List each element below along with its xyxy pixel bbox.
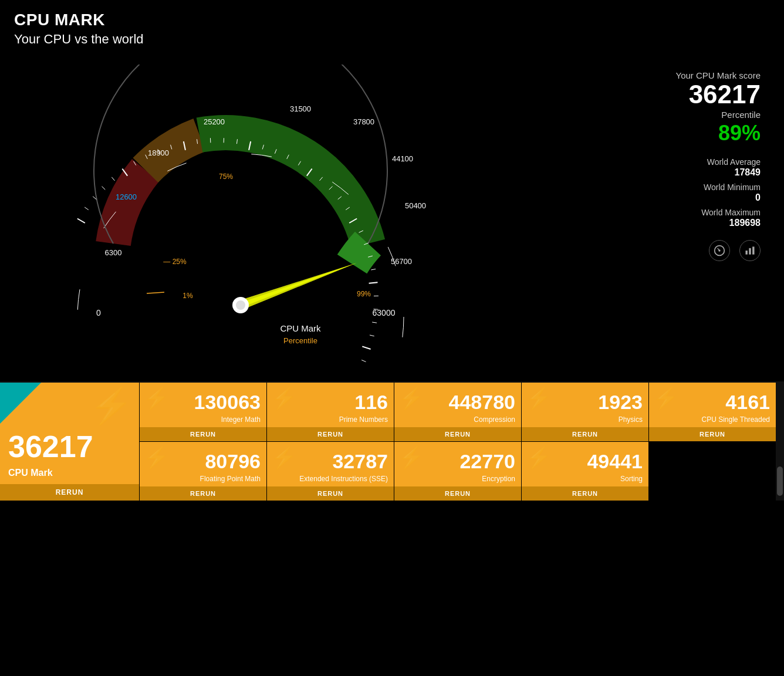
compression-rerun[interactable]: RERUN [394, 427, 521, 441]
gauge-section: 0 6300 12600 18900 25200 31500 37800 441… [0, 53, 784, 381]
svg-line-31 [346, 207, 350, 210]
svg-line-7 [77, 219, 85, 224]
tile-sse: ⚡ 32787 Extended Instructions (SSE) RERU… [267, 442, 394, 501]
bg-icon-1b: ⚡ [143, 445, 170, 470]
speedometer-icon [714, 245, 725, 256]
prime-rerun[interactable]: RERUN [267, 427, 394, 441]
svg-line-36 [371, 269, 376, 270]
svg-line-39 [373, 309, 378, 310]
physics-score: 1923 [598, 391, 643, 414]
svg-line-9 [93, 197, 96, 200]
svg-line-30 [338, 197, 342, 200]
svg-line-41 [370, 335, 374, 336]
sse-label: Extended Instructions (SSE) [299, 475, 388, 483]
svg-line-29 [329, 187, 333, 190]
world-maximum-value: 189698 [493, 218, 761, 228]
main-rerun-button[interactable]: RERUN [0, 484, 139, 501]
encryption-label: Encryption [482, 475, 515, 483]
single-threaded-score: 4161 [725, 391, 770, 414]
gauge-container: 0 6300 12600 18900 25200 31500 37800 441… [12, 59, 469, 376]
svg-line-40 [372, 322, 377, 323]
physics-label: Physics [619, 415, 643, 424]
column-2: ⚡ 116 Prime Numbers RERUN ⚡ 32787 Extend… [267, 383, 394, 501]
scrollbar-thumb[interactable] [777, 467, 783, 496]
svg-line-15 [158, 149, 160, 153]
svg-line-23 [262, 145, 263, 150]
integer-math-label: Integer Math [221, 415, 261, 424]
gauge-icon-button[interactable] [709, 240, 730, 261]
icons-row [493, 240, 761, 261]
bg-icon-4b: ⚡ [525, 445, 552, 470]
tile-integer-math: ⚡ 130063 Integer Math RERUN [140, 383, 266, 442]
sse-rerun[interactable]: RERUN [267, 486, 394, 501]
tile-compression: ⚡ 448780 Compression RERUN [394, 383, 521, 442]
world-average-value: 17849 [493, 167, 761, 178]
bg-icon-2b: ⚡ [271, 445, 297, 470]
svg-line-33 [359, 231, 363, 232]
stats-panel: Your CPU Mark score 36217 Percentile 89%… [469, 59, 772, 273]
world-minimum-value: 0 [493, 192, 761, 203]
bg-icon-1a: ⚡ [143, 386, 170, 411]
bg-icon-main: ⚡ [89, 388, 133, 424]
sorting-label: Sorting [620, 475, 643, 483]
prime-score: 116 [354, 391, 388, 414]
svg-line-26 [298, 161, 300, 165]
integer-math-rerun[interactable]: RERUN [140, 427, 266, 441]
scrollbar[interactable] [776, 383, 784, 501]
encryption-rerun[interactable]: RERUN [394, 486, 521, 501]
svg-line-21 [236, 139, 237, 144]
bg-icon-4a: ⚡ [525, 386, 552, 411]
header: CPU MARK Your CPU vs the world [0, 0, 784, 53]
compression-label: Compression [474, 415, 515, 424]
svg-rect-61 [749, 248, 751, 255]
svg-line-13 [134, 161, 136, 165]
svg-line-35 [368, 256, 373, 257]
world-average-label: World Average [493, 157, 761, 167]
column-5: ⚡ 4161 CPU Single Threaded RERUN [649, 383, 776, 501]
main-label: CPU Mark [8, 468, 132, 478]
tile-prime: ⚡ 116 Prime Numbers RERUN [267, 383, 394, 442]
svg-line-24 [275, 149, 276, 153]
main-score: 36217 [8, 431, 132, 462]
svg-line-28 [319, 177, 322, 181]
svg-line-34 [364, 243, 369, 245]
svg-line-42 [362, 346, 370, 349]
column-3: ⚡ 448780 Compression RERUN ⚡ 22770 Encry… [394, 383, 522, 501]
svg-line-10 [102, 187, 106, 190]
sorting-rerun[interactable]: RERUN [522, 486, 648, 501]
svg-rect-62 [752, 246, 754, 254]
your-score-label: Your CPU Mark score [493, 70, 761, 80]
tile-encryption: ⚡ 22770 Encryption RERUN [394, 442, 521, 501]
compression-score: 448780 [449, 391, 515, 414]
percentile-value: 89% [493, 121, 761, 146]
world-minimum-label: World Minimum [493, 182, 761, 192]
sse-score: 32787 [332, 450, 388, 473]
bg-icon-2a: ⚡ [271, 386, 297, 411]
float-math-rerun[interactable]: RERUN [140, 486, 266, 501]
page-subtitle: Your CPU vs the world [14, 32, 770, 47]
svg-line-25 [287, 155, 289, 159]
bg-icon-5a: ⚡ [653, 386, 679, 411]
world-maximum-label: World Maximum [493, 208, 761, 217]
tile-single-threaded: ⚡ 4161 CPU Single Threaded RERUN [649, 383, 776, 442]
main-tile: ⚡ 36217 CPU Mark RERUN [0, 383, 140, 501]
sorting-score: 49441 [587, 450, 643, 473]
chart-icon-button[interactable] [739, 240, 761, 261]
page-title: CPU MARK [14, 11, 770, 29]
svg-rect-60 [746, 251, 748, 255]
svg-line-27 [307, 169, 312, 176]
float-math-score: 80796 [205, 450, 261, 473]
tile-physics: ⚡ 1923 Physics RERUN [522, 383, 648, 442]
svg-line-17 [184, 141, 185, 150]
svg-line-8 [85, 207, 89, 210]
bar-chart-icon [744, 245, 756, 256]
single-threaded-rerun[interactable]: RERUN [649, 427, 776, 441]
svg-line-18 [197, 139, 198, 144]
svg-line-14 [146, 155, 148, 159]
column-1: ⚡ 130063 Integer Math RERUN ⚡ 80796 Floa… [140, 383, 267, 501]
column-4: ⚡ 1923 Physics RERUN ⚡ 49441 Sorting RER… [522, 383, 649, 501]
physics-rerun[interactable]: RERUN [522, 427, 648, 441]
prime-label: Prime Numbers [339, 415, 388, 424]
gauge-ticks-overlay [12, 59, 423, 364]
single-threaded-label: CPU Single Threaded [701, 415, 770, 424]
